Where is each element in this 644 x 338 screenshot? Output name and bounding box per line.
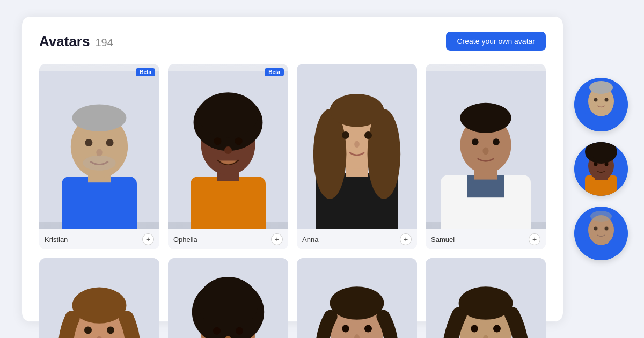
avatar-name-kristian: Kristian bbox=[45, 236, 68, 244]
avatar-image-samuel bbox=[426, 64, 546, 229]
svg-point-52 bbox=[236, 327, 243, 335]
avatar-portrait-ines bbox=[168, 258, 288, 338]
avatar-portrait-erica bbox=[39, 258, 159, 338]
avatar-name-samuel: Samuel bbox=[431, 236, 455, 244]
svg-point-66 bbox=[459, 286, 513, 320]
svg-point-50 bbox=[198, 277, 258, 329]
title-group: Avatars 194 bbox=[39, 33, 113, 50]
circle-avatar-bald[interactable] bbox=[574, 207, 628, 260]
svg-point-17 bbox=[224, 146, 232, 154]
avatar-portrait-leah1 bbox=[297, 258, 417, 338]
avatar-image-kristian: Beta bbox=[39, 64, 159, 229]
svg-point-67 bbox=[471, 325, 478, 333]
avatar-portrait-anna bbox=[297, 64, 417, 229]
add-button-samuel[interactable]: + bbox=[529, 233, 540, 245]
avatar-name-ophelia: Ophelia bbox=[173, 236, 197, 244]
avatar-card-samuel: Samuel + bbox=[426, 64, 546, 249]
sidebar-circles bbox=[574, 78, 644, 260]
avatar-card-erica: Erica + bbox=[39, 258, 159, 338]
avatar-card-leah1: Leah + bbox=[297, 258, 417, 338]
svg-point-6 bbox=[106, 139, 114, 146]
svg-point-60 bbox=[364, 325, 372, 333]
avatar-image-anna bbox=[297, 64, 417, 229]
add-button-ophelia[interactable]: + bbox=[271, 233, 283, 245]
svg-point-58 bbox=[330, 286, 384, 320]
avatar-name-anna: Anna bbox=[302, 236, 318, 244]
svg-point-34 bbox=[472, 138, 479, 145]
svg-point-7 bbox=[96, 149, 102, 156]
svg-rect-1 bbox=[62, 177, 137, 229]
svg-point-8 bbox=[83, 156, 116, 171]
svg-point-89 bbox=[590, 211, 612, 222]
svg-point-59 bbox=[342, 325, 349, 333]
avatar-footer-samuel: Samuel + bbox=[426, 229, 546, 249]
beta-badge-ophelia: Beta bbox=[265, 68, 284, 76]
avatar-card-leah2: Leah + bbox=[426, 258, 546, 338]
svg-point-35 bbox=[493, 138, 500, 145]
svg-point-91 bbox=[605, 227, 609, 231]
avatar-count: 194 bbox=[95, 36, 113, 49]
svg-point-14 bbox=[198, 92, 258, 137]
svg-point-41 bbox=[72, 288, 127, 324]
create-avatar-button[interactable]: Create your own avatar bbox=[446, 32, 546, 51]
avatars-grid: Beta bbox=[39, 64, 546, 338]
svg-point-33 bbox=[460, 103, 511, 133]
avatar-card-kristian: Beta bbox=[39, 64, 159, 249]
add-button-anna[interactable]: + bbox=[400, 233, 412, 245]
svg-point-83 bbox=[594, 163, 598, 166]
svg-point-42 bbox=[84, 326, 92, 334]
avatar-image-ines bbox=[168, 258, 288, 338]
avatar-image-leah2 bbox=[426, 258, 546, 338]
svg-point-25 bbox=[342, 131, 349, 139]
page-container: Avatars 194 Create your own avatar Beta bbox=[0, 0, 644, 338]
svg-point-74 bbox=[589, 81, 613, 94]
beta-badge-kristian: Beta bbox=[136, 68, 155, 76]
avatar-portrait-kristian bbox=[39, 64, 159, 229]
avatar-footer-anna: Anna + bbox=[297, 229, 417, 249]
svg-point-84 bbox=[605, 163, 609, 166]
svg-point-26 bbox=[364, 131, 372, 139]
svg-point-43 bbox=[107, 326, 114, 334]
svg-point-36 bbox=[482, 147, 488, 155]
avatar-footer-kristian: Kristian + bbox=[39, 229, 159, 249]
circle-portrait-bald bbox=[574, 207, 628, 260]
circle-avatar-ophelia[interactable] bbox=[574, 142, 628, 196]
svg-point-75 bbox=[594, 98, 598, 102]
svg-point-24 bbox=[330, 94, 384, 127]
svg-point-15 bbox=[214, 137, 221, 145]
add-button-kristian[interactable]: + bbox=[142, 233, 154, 245]
circle-portrait-ophelia bbox=[574, 142, 628, 196]
svg-point-16 bbox=[235, 137, 243, 145]
avatar-image-ophelia: Beta bbox=[168, 64, 288, 229]
avatar-image-leah1 bbox=[297, 258, 417, 338]
circle-avatar-kristian[interactable] bbox=[574, 78, 628, 131]
header: Avatars 194 Create your own avatar bbox=[39, 32, 546, 51]
avatar-portrait-ophelia bbox=[168, 64, 288, 229]
avatar-card-anna: Anna + bbox=[297, 64, 417, 249]
page-title: Avatars bbox=[39, 33, 90, 50]
svg-point-4 bbox=[72, 105, 127, 131]
svg-point-90 bbox=[594, 227, 598, 231]
avatar-image-erica bbox=[39, 258, 159, 338]
svg-point-27 bbox=[354, 141, 360, 148]
avatar-card-ophelia: Beta bbox=[168, 64, 288, 249]
avatar-portrait-samuel bbox=[426, 64, 546, 229]
svg-point-68 bbox=[493, 325, 501, 333]
svg-rect-10 bbox=[191, 177, 266, 229]
svg-point-51 bbox=[213, 327, 221, 335]
svg-point-5 bbox=[85, 139, 92, 146]
circle-portrait-kristian bbox=[574, 78, 628, 131]
avatar-portrait-leah2 bbox=[426, 258, 546, 338]
avatar-footer-ophelia: Ophelia + bbox=[168, 229, 288, 249]
svg-point-76 bbox=[605, 98, 609, 102]
main-panel: Avatars 194 Create your own avatar Beta bbox=[21, 16, 564, 322]
avatar-card-ines: Ines + bbox=[168, 258, 288, 338]
